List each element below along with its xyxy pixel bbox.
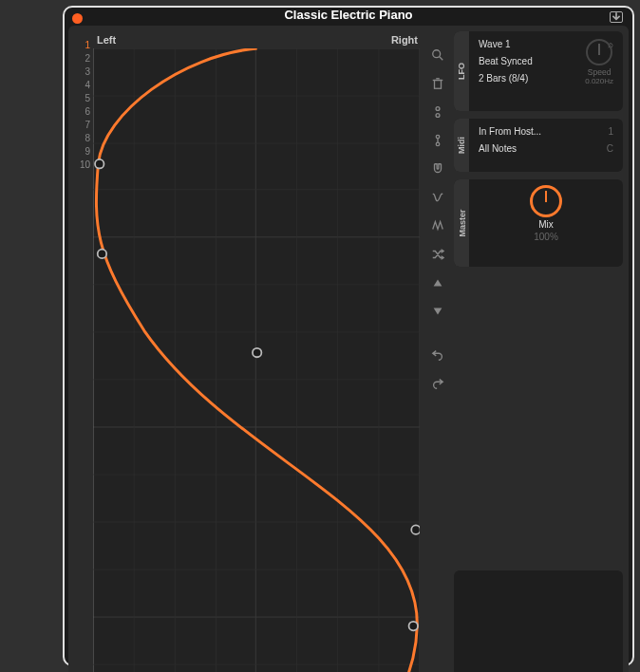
svg-point-36: [436, 107, 440, 111]
wave-slot-6[interactable]: 6: [85, 105, 93, 119]
speed-label: Speed: [588, 67, 612, 77]
plugin-body: 12345678910 Left Right: [68, 26, 629, 672]
grid-svg: [93, 48, 420, 672]
shuffle-icon[interactable]: [429, 246, 446, 263]
wave-slot-9[interactable]: 9: [85, 145, 93, 159]
wave-slot-list: 12345678910: [74, 31, 93, 672]
midi-tab-label: Midi: [457, 137, 466, 154]
midi-notes[interactable]: All Notes: [479, 143, 517, 154]
titlebar: Classic Electric Piano: [65, 8, 632, 22]
left-label: Left: [97, 34, 116, 46]
redo-icon[interactable]: [429, 375, 446, 392]
lfo-panel: LFO Wave 1 ⌕ Beat Synced 2 Bars (8/4) Sp…: [454, 31, 623, 111]
speed-knob[interactable]: [586, 39, 612, 65]
tool-strip: [427, 31, 448, 672]
lfo-rate[interactable]: 2 Bars (8/4): [479, 73, 528, 84]
wave-smooth-icon[interactable]: [429, 189, 446, 206]
lfo-tab-label: LFO: [457, 63, 466, 80]
mix-value: 100%: [534, 232, 558, 242]
window-title: Classic Electric Piano: [284, 8, 412, 22]
trash-icon[interactable]: [429, 75, 446, 92]
triangle-up-icon[interactable]: [429, 274, 446, 291]
lfo-sync-mode[interactable]: Beat Synced: [479, 56, 533, 66]
svg-point-30: [409, 622, 418, 630]
master-tab-label: Master: [457, 209, 466, 236]
pan-labels: Left Right: [93, 31, 422, 48]
wave-slot-7[interactable]: 7: [85, 119, 93, 132]
speed-value: 0.020Hz: [585, 77, 613, 85]
svg-line-32: [440, 57, 443, 61]
svg-point-27: [98, 250, 106, 258]
right-column: LFO Wave 1 ⌕ Beat Synced 2 Bars (8/4) Sp…: [454, 31, 623, 672]
node-icon[interactable]: [429, 103, 446, 121]
magnet-icon[interactable]: [429, 160, 446, 177]
wave-slot-8[interactable]: 8: [85, 132, 93, 145]
undo-icon[interactable]: [429, 346, 446, 364]
right-label: Right: [391, 34, 418, 46]
mix-knob[interactable]: [530, 185, 562, 217]
wave-slot-10[interactable]: 10: [80, 159, 93, 172]
svg-rect-33: [435, 81, 442, 89]
empty-panel: [454, 570, 623, 672]
wave-curve[interactable]: [96, 48, 417, 672]
triangle-down-icon[interactable]: [429, 303, 446, 320]
midi-input[interactable]: In From Host...: [479, 126, 541, 137]
wave-slot-2[interactable]: 2: [85, 52, 93, 65]
svg-point-28: [253, 348, 261, 357]
svg-point-37: [436, 114, 440, 118]
link-icon[interactable]: [429, 132, 446, 149]
svg-point-26: [95, 159, 104, 168]
master-panel: Master Mix 100%: [454, 179, 623, 267]
svg-point-31: [433, 50, 441, 58]
midi-input-hint: 1: [608, 126, 613, 137]
wave-grid[interactable]: Wave: [93, 48, 420, 672]
lfo-wave-name[interactable]: Wave 1: [479, 39, 511, 49]
wave-slot-5[interactable]: 5: [85, 92, 93, 105]
wave-editor: 12345678910 Left Right: [74, 31, 422, 672]
wave-slot-4[interactable]: 4: [85, 79, 93, 92]
zoom-icon[interactable]: [429, 47, 446, 64]
mix-label: Mix: [538, 219, 554, 230]
download-icon[interactable]: [610, 11, 623, 23]
svg-point-38: [436, 135, 440, 139]
svg-point-29: [411, 525, 420, 533]
close-button[interactable]: [72, 13, 83, 24]
midi-notes-hint: C: [607, 143, 613, 154]
wave-slot-3[interactable]: 3: [85, 65, 93, 79]
wave-sharp-icon[interactable]: [429, 217, 446, 234]
midi-panel: Midi In From Host...1 All NotesC: [454, 119, 623, 172]
wave-slot-1[interactable]: 1: [85, 39, 93, 52]
plugin-window: Classic Electric Piano 12345678910 Left …: [63, 6, 634, 666]
svg-point-40: [436, 142, 440, 146]
